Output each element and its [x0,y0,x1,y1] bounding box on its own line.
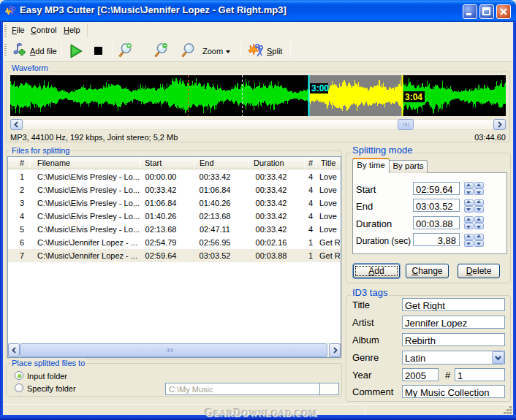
svg-text:3:00: 3:00 [311,83,329,93]
svg-text:3:04: 3:04 [405,92,422,102]
